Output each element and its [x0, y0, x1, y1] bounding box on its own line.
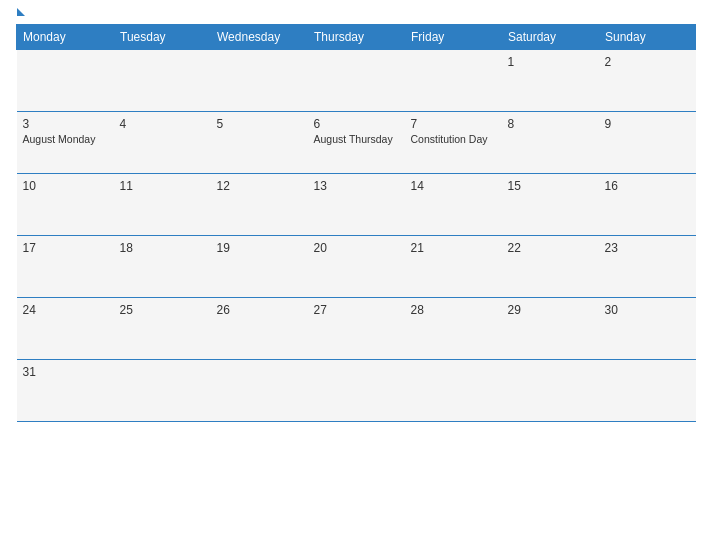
calendar-week-row: 12	[17, 50, 696, 112]
calendar-cell	[114, 360, 211, 422]
day-number: 8	[508, 117, 593, 131]
calendar-header	[16, 10, 696, 18]
calendar-cell: 1	[502, 50, 599, 112]
day-number: 28	[411, 303, 496, 317]
calendar-week-row: 3August Monday456August Thursday7Constit…	[17, 112, 696, 174]
calendar-cell: 21	[405, 236, 502, 298]
calendar-cell: 12	[211, 174, 308, 236]
day-number: 12	[217, 179, 302, 193]
day-number: 3	[23, 117, 108, 131]
calendar-cell: 19	[211, 236, 308, 298]
calendar-cell: 31	[17, 360, 114, 422]
day-number: 31	[23, 365, 108, 379]
calendar-cell	[308, 360, 405, 422]
weekday-friday: Friday	[405, 25, 502, 50]
calendar-cell: 2	[599, 50, 696, 112]
calendar-week-row: 24252627282930	[17, 298, 696, 360]
day-number: 26	[217, 303, 302, 317]
day-number: 2	[605, 55, 690, 69]
calendar-cell: 17	[17, 236, 114, 298]
logo	[16, 10, 25, 18]
day-number: 18	[120, 241, 205, 255]
calendar-cell: 23	[599, 236, 696, 298]
calendar-cell: 26	[211, 298, 308, 360]
calendar-cell: 14	[405, 174, 502, 236]
calendar-week-row: 10111213141516	[17, 174, 696, 236]
calendar-cell	[211, 50, 308, 112]
calendar-cell: 22	[502, 236, 599, 298]
weekday-saturday: Saturday	[502, 25, 599, 50]
calendar-cell: 4	[114, 112, 211, 174]
calendar-cell: 7Constitution Day	[405, 112, 502, 174]
day-number: 5	[217, 117, 302, 131]
calendar-cell	[308, 50, 405, 112]
day-number: 24	[23, 303, 108, 317]
day-number: 11	[120, 179, 205, 193]
calendar-cell: 9	[599, 112, 696, 174]
day-number: 9	[605, 117, 690, 131]
calendar-cell: 13	[308, 174, 405, 236]
event-label: August Thursday	[314, 133, 399, 147]
day-number: 7	[411, 117, 496, 131]
calendar-cell	[599, 360, 696, 422]
calendar-cell: 20	[308, 236, 405, 298]
day-number: 22	[508, 241, 593, 255]
weekday-wednesday: Wednesday	[211, 25, 308, 50]
calendar-cell: 3August Monday	[17, 112, 114, 174]
calendar-cell: 15	[502, 174, 599, 236]
day-number: 14	[411, 179, 496, 193]
calendar-week-row: 31	[17, 360, 696, 422]
weekday-monday: Monday	[17, 25, 114, 50]
event-label: August Monday	[23, 133, 108, 147]
day-number: 29	[508, 303, 593, 317]
calendar-cell	[502, 360, 599, 422]
calendar-cell: 8	[502, 112, 599, 174]
day-number: 15	[508, 179, 593, 193]
calendar-cell: 5	[211, 112, 308, 174]
calendar-cell: 27	[308, 298, 405, 360]
day-number: 13	[314, 179, 399, 193]
weekday-thursday: Thursday	[308, 25, 405, 50]
calendar-cell: 16	[599, 174, 696, 236]
calendar-cell: 28	[405, 298, 502, 360]
calendar-cell	[211, 360, 308, 422]
weekday-tuesday: Tuesday	[114, 25, 211, 50]
calendar-cell: 25	[114, 298, 211, 360]
day-number: 30	[605, 303, 690, 317]
calendar-page: MondayTuesdayWednesdayThursdayFridaySatu…	[0, 0, 712, 550]
calendar-cell: 24	[17, 298, 114, 360]
logo-shape-icon	[17, 8, 25, 16]
day-number: 1	[508, 55, 593, 69]
weekday-sunday: Sunday	[599, 25, 696, 50]
calendar-cell: 30	[599, 298, 696, 360]
calendar-cell	[17, 50, 114, 112]
day-number: 21	[411, 241, 496, 255]
day-number: 10	[23, 179, 108, 193]
calendar-cell: 11	[114, 174, 211, 236]
day-number: 27	[314, 303, 399, 317]
calendar-cell: 10	[17, 174, 114, 236]
calendar-table: MondayTuesdayWednesdayThursdayFridaySatu…	[16, 24, 696, 422]
day-number: 25	[120, 303, 205, 317]
calendar-cell: 29	[502, 298, 599, 360]
day-number: 6	[314, 117, 399, 131]
day-number: 19	[217, 241, 302, 255]
weekday-header-row: MondayTuesdayWednesdayThursdayFridaySatu…	[17, 25, 696, 50]
calendar-cell	[405, 50, 502, 112]
day-number: 16	[605, 179, 690, 193]
day-number: 20	[314, 241, 399, 255]
calendar-cell: 18	[114, 236, 211, 298]
calendar-cell	[405, 360, 502, 422]
day-number: 4	[120, 117, 205, 131]
day-number: 17	[23, 241, 108, 255]
calendar-cell	[114, 50, 211, 112]
event-label: Constitution Day	[411, 133, 496, 147]
calendar-week-row: 17181920212223	[17, 236, 696, 298]
calendar-cell: 6August Thursday	[308, 112, 405, 174]
day-number: 23	[605, 241, 690, 255]
